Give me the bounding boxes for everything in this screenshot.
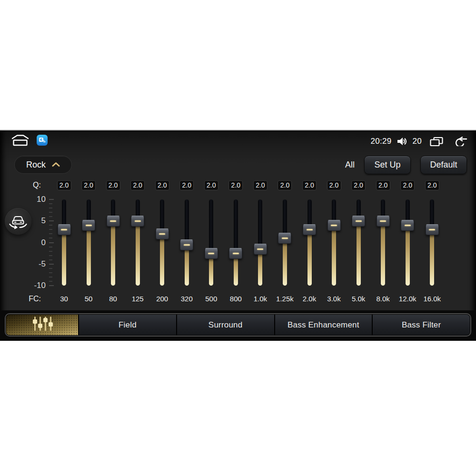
slider-handle[interactable] [156,228,169,239]
band-gain-slider[interactable] [160,199,164,286]
slider-track-lower[interactable] [62,229,66,286]
band-gain-slider[interactable] [357,199,361,286]
tab-bass-filter[interactable]: Bass Filter [373,315,470,335]
q-value: 2.0 [305,181,314,189]
band-gain-slider[interactable] [185,199,189,286]
all-channels-option[interactable]: All [340,156,360,174]
slider-handle[interactable] [229,248,242,259]
slider-track-upper[interactable] [185,199,189,245]
band-gain-slider[interactable] [136,199,140,286]
band-gain-slider[interactable] [87,199,91,286]
volume-level: 20 [412,137,422,146]
set-up-button[interactable]: Set Up [364,156,411,174]
car-surround-icon [8,211,28,232]
tab-label: Bass Enhancement [288,320,359,330]
q-value-box: 2.0 [351,180,366,190]
preset-selector[interactable]: Rock [14,156,72,174]
tab-surround[interactable]: Surround [177,315,274,335]
tab-field[interactable]: Field [79,315,176,335]
eq-band: 2.0 1.0k [248,180,273,305]
handle-dash [307,229,313,230]
q-value: 2.0 [109,181,118,189]
default-button[interactable]: Default [420,156,467,174]
car-surround-button[interactable] [5,208,31,235]
band-gain-slider[interactable] [234,199,238,286]
back-icon[interactable] [453,137,467,146]
screenshot-page: 20:29 20 [0,0,476,476]
preset-value: Rock [26,160,46,170]
home-icon[interactable] [11,134,29,146]
band-gain-slider[interactable] [209,199,213,286]
handle-dash [159,233,165,235]
eq-band: 2.0 3.0k [322,180,347,305]
handle-dash [110,220,116,222]
tab-equalizer[interactable] [6,315,78,335]
slider-handle[interactable] [131,216,144,227]
band-gain-slider[interactable] [258,199,262,286]
slider-handle[interactable] [205,248,218,259]
q-value-box: 2.0 [204,180,218,190]
slider-handle[interactable] [254,244,267,255]
handle-dash [405,225,411,226]
fc-label: 16.0k [416,295,448,303]
eq-band: 2.0 12.0k [395,180,420,305]
handle-dash [61,229,67,230]
slider-track-lower[interactable] [332,225,336,286]
q-value: 2.0 [84,181,93,189]
slider-track-lower[interactable] [307,229,312,286]
slider-handle[interactable] [180,239,193,250]
eq-band: 2.0 8.0k [371,180,396,305]
band-gain-slider[interactable] [307,199,312,286]
assistant-app-icon[interactable] [37,135,48,146]
band-gain-slider[interactable] [406,199,410,286]
chevron-up-icon [52,160,60,169]
slider-track-lower[interactable] [258,249,262,286]
slider-track-lower[interactable] [381,221,385,286]
equalizer-sliders-icon [30,316,55,334]
slider-handle[interactable] [426,224,439,235]
slider-handle[interactable] [327,220,341,231]
gain-scale-label: -10 [25,281,46,290]
band-gain-slider[interactable] [111,199,115,286]
q-value-box: 2.0 [106,180,120,190]
slider-track-lower[interactable] [111,221,115,286]
handle-dash [257,248,263,250]
band-gain-slider[interactable] [381,199,385,286]
band-gain-slider[interactable] [62,199,66,286]
q-value: 2.0 [231,181,240,189]
q-value-box: 2.0 [130,180,145,190]
slider-track-lower[interactable] [136,221,140,286]
band-gain-slider[interactable] [283,199,287,286]
slider-handle[interactable] [303,224,316,235]
slider-track-lower[interactable] [406,225,410,286]
slider-track-lower[interactable] [430,229,434,286]
slider-handle[interactable] [377,216,390,227]
q-value-box: 2.0 [327,180,341,190]
band-gain-slider[interactable] [430,199,434,286]
slider-track-lower[interactable] [87,225,91,286]
slider-handle[interactable] [352,216,365,227]
slider-track-lower[interactable] [357,221,361,286]
slider-handle[interactable] [107,216,120,227]
q-value: 2.0 [207,181,216,189]
recent-apps-icon[interactable] [430,137,443,147]
slider-track-upper[interactable] [258,199,262,249]
eq-band: 2.0 200 [150,180,175,305]
slider-handle[interactable] [401,220,414,231]
slider-track-lower[interactable] [185,245,189,286]
eq-band: 2.0 16.0k [420,180,445,305]
slider-track-upper[interactable] [234,199,238,253]
q-value: 2.0 [256,181,265,189]
slider-track-lower[interactable] [160,234,164,286]
slider-handle[interactable] [58,224,71,235]
slider-track-lower[interactable] [283,238,287,286]
gain-scale-label: 0 [25,238,46,248]
slider-track-upper[interactable] [209,199,213,253]
tab-bass-enhancement[interactable]: Bass Enhancement [275,315,372,335]
q-value: 2.0 [158,181,167,189]
band-gain-slider[interactable] [332,199,336,286]
slider-handle[interactable] [82,220,95,231]
tab-label: Surround [208,320,243,330]
q-value: 2.0 [427,181,436,189]
slider-handle[interactable] [278,233,291,244]
